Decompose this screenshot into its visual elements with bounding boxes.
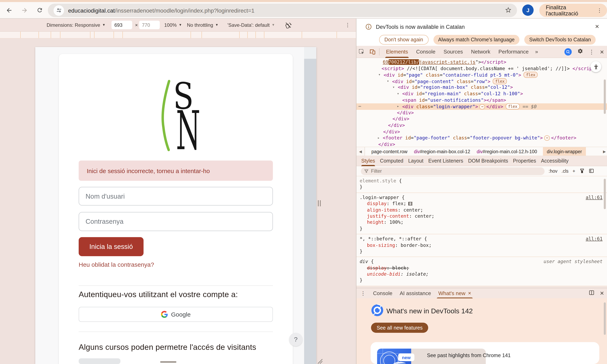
drawer-close-icon[interactable]: ✕ (600, 290, 604, 296)
url-text[interactable]: educaciodigital.cat/insserradenoet/moodl… (68, 7, 254, 13)
settings-gear-icon[interactable] (577, 48, 583, 56)
elements-tree-line[interactable]: 69700212/lib/javascript-static.js"></scr… (356, 59, 607, 65)
css-property[interactable]: justify-content: center; (360, 213, 604, 220)
css-rule[interactable]: *, *::before, *::after {all:61box-sizing… (356, 234, 607, 257)
notification-button[interactable]: Don't show again (379, 35, 428, 45)
sidebar-tab-accessibility[interactable]: Accessibility (541, 156, 568, 166)
dimensions-select[interactable]: Dimensions: Responsive▼ (47, 19, 106, 31)
username-input[interactable] (79, 187, 273, 206)
password-input[interactable] (79, 212, 273, 231)
ai-assistance-icon[interactable] (564, 48, 572, 55)
notification-button[interactable]: Switch DevTools to Catalan (524, 35, 596, 45)
devtools-tab-network[interactable]: Network (467, 46, 494, 58)
css-rule[interactable]: .login-wrapper {all:61display: flex;alig… (356, 193, 607, 234)
notification-button[interactable]: Always match Chrome's language (433, 35, 519, 45)
viewport-height-input[interactable] (139, 21, 160, 29)
breadcrumb-scroll-left-icon[interactable]: ◀ (356, 147, 365, 156)
help-button[interactable]: ? (289, 333, 303, 346)
stylesheet-link[interactable]: all:61 (586, 236, 603, 242)
login-button[interactable]: Inicia la sessió (79, 237, 144, 256)
accessibility-person-icon[interactable] (590, 61, 601, 72)
see-all-features-button[interactable]: See all new features (371, 323, 428, 333)
css-rule[interactable]: element.style {} (356, 176, 607, 193)
viewport-height-drag-handle[interactable] (160, 361, 176, 363)
styles-scrollbar-thumb[interactable] (604, 179, 606, 209)
breadcrumb-item[interactable]: div#region-main-box.col-12 (414, 149, 470, 154)
site-settings-icon[interactable] (53, 5, 64, 16)
address-bar[interactable]: educaciodigital.cat/insserradenoet/moodl… (48, 4, 517, 17)
drawer-tab-close-icon[interactable]: ✕ (468, 291, 471, 296)
styles-filter-input[interactable]: Filter (361, 167, 544, 175)
node-actions-icon[interactable]: ⋯ (358, 103, 361, 110)
sidebar-tab-styles[interactable]: Styles (361, 156, 375, 166)
elements-tree-line[interactable]: </div> (356, 141, 607, 147)
profile-avatar[interactable]: J (522, 4, 534, 16)
forgot-password-link[interactable]: Heu oblidat la contrasenya? (79, 261, 154, 268)
page-scrollbar-thumb[interactable] (304, 59, 316, 364)
sidebar-tab-layout[interactable]: Layout (408, 156, 423, 166)
viewport-width-input[interactable] (111, 21, 132, 29)
inherited-from-header[interactable]: Inherited from ... (356, 286, 607, 288)
disclosure-down-icon[interactable]: ▾ (387, 78, 389, 85)
viewport-corner-resize-handle[interactable] (316, 358, 323, 364)
devtools-tab-console[interactable]: Console (412, 46, 439, 58)
browser-menu-icon[interactable]: ⋮ (597, 8, 602, 13)
rotate-device-icon[interactable] (285, 19, 291, 31)
google-login-button[interactable]: Google (79, 307, 273, 322)
elements-tree-line[interactable]: ⋯▸<div class="login-wrapper">⋯</div>flex… (356, 103, 607, 110)
breadcrumb-item[interactable]: div#region-main.col-12.h-100 (477, 149, 537, 154)
elements-tree-line[interactable]: </div> (356, 110, 607, 116)
flex-editor-icon[interactable] (408, 202, 412, 206)
css-property[interactable]: height: 100%; (360, 220, 604, 226)
zoom-select[interactable]: 100%▼ (164, 19, 182, 31)
bookmark-star-icon[interactable] (505, 7, 511, 14)
elements-tree-line[interactable]: </div> (356, 122, 607, 129)
forward-icon[interactable] (19, 5, 29, 15)
disclosure-right-icon[interactable]: ▸ (378, 135, 380, 141)
stylesheet-link[interactable]: all:61 (586, 195, 603, 200)
reload-icon[interactable] (35, 5, 45, 15)
breadcrumb-item[interactable]: page-content.row (371, 149, 408, 154)
css-property[interactable]: box-sizing: border-box; (360, 242, 604, 248)
guest-button-partial[interactable] (79, 358, 120, 364)
format-styles-icon[interactable] (579, 168, 584, 174)
disclosure-down-icon[interactable]: ▾ (378, 72, 381, 78)
split-panel-icon[interactable] (589, 290, 594, 297)
style-toggle-cls[interactable]: .cls (562, 169, 569, 173)
viewport-width-drag-handle[interactable] (318, 200, 322, 206)
devtools-tab-elements[interactable]: Elements (382, 46, 412, 58)
finish-update-button[interactable]: Finalitza l'actualització ⋮ (539, 4, 607, 17)
drawer-tab-console[interactable]: Console (373, 288, 392, 299)
style-toggle-[interactable]: + (573, 169, 575, 173)
elements-tree-line[interactable]: ▾<div id="page" class="container-fluid p… (356, 72, 607, 78)
elements-scrollbar-thumb[interactable] (604, 79, 606, 114)
viewport-width-field[interactable] (111, 19, 132, 31)
css-rule[interactable]: div {user agent stylesheetdisplay: block… (356, 257, 607, 286)
disclosure-right-icon[interactable]: ▸ (397, 103, 399, 110)
back-icon[interactable] (4, 5, 14, 15)
breadcrumb-scroll-right-icon[interactable]: ▶ (603, 149, 606, 153)
disclosure-down-icon[interactable]: ▾ (397, 91, 399, 97)
elements-tree-line[interactable]: ▾<div id="region-main-box" class="col-12… (356, 85, 607, 91)
css-property[interactable]: unicode-bidi: isolate; (360, 271, 604, 277)
sidebar-tab-dom-breakpoints[interactable]: DOM Breakpoints (468, 156, 508, 166)
drawer-tab-ai-assistance[interactable]: AI assistance (400, 288, 431, 299)
drawer-tab-what-s-new[interactable]: What's new✕ (438, 288, 471, 299)
sidebar-tab-event-listeners[interactable]: Event Listeners (428, 156, 463, 166)
breadcrumb-item[interactable]: div.login-wrapper (543, 147, 586, 156)
device-toolbar-menu-icon[interactable]: ⋮ (345, 19, 350, 31)
drawer-menu-icon[interactable]: ⋮ (360, 291, 366, 296)
save-data-select[interactable]: 'Save-Data': default▼ (227, 19, 275, 31)
elements-tree-line[interactable]: </div> (356, 129, 607, 135)
devtools-menu-icon[interactable]: ⋮ (589, 49, 594, 55)
devtools-tab-sources[interactable]: Sources (439, 46, 467, 58)
throttling-select[interactable]: No throttling▼ (187, 19, 218, 31)
elements-tree-line[interactable]: </div> (356, 116, 607, 122)
elements-tree-line[interactable]: ▾<div id="page-content" class="row">flex (356, 78, 607, 85)
sidebar-tab-properties[interactable]: Properties (513, 156, 536, 166)
devtools-close-icon[interactable]: ✕ (600, 49, 604, 55)
page-scrollbar[interactable] (304, 47, 316, 364)
devtools-tab-performance[interactable]: Performance (494, 46, 533, 58)
inspect-element-icon[interactable] (356, 48, 367, 55)
css-property[interactable]: display: block; (360, 265, 604, 271)
